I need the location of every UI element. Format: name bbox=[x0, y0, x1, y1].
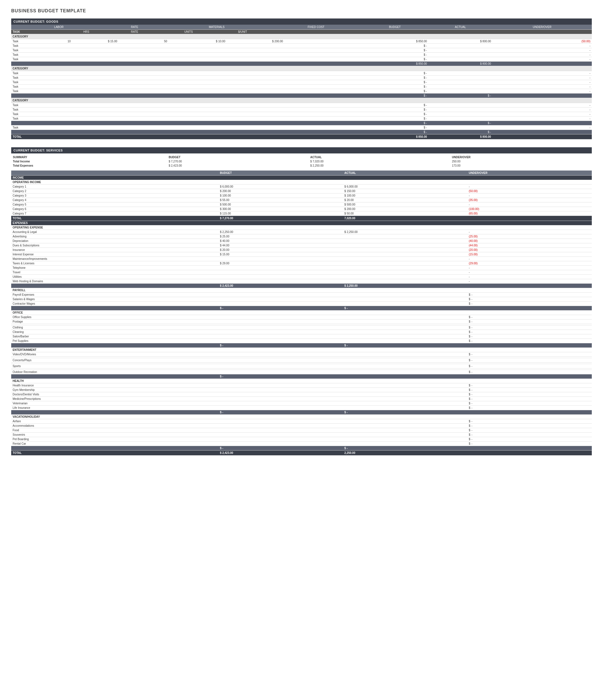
health-subtotal: $ - $ - bbox=[11, 410, 592, 415]
goods-row: Task$ -- bbox=[11, 112, 592, 117]
rate-subheader: RATE bbox=[106, 30, 163, 34]
office-subtotal: $ - $ - bbox=[11, 343, 592, 348]
goods-row: Task$ -- bbox=[11, 107, 592, 112]
actual-header: ACTUAL bbox=[428, 25, 492, 30]
exp-maintenance-row: Maintenance/Improvements - bbox=[11, 257, 592, 261]
actual-subheader bbox=[428, 30, 492, 34]
income-cat2-row: Category 2 $ 200.00 $ 150.00 (50.00) bbox=[11, 189, 592, 194]
rate-header: RATE bbox=[106, 25, 163, 30]
services-section-header: CURRENT BUDGET: SERVICES bbox=[11, 147, 592, 153]
exp-interest-row: Interest Expense $ 15.00 (15.00) bbox=[11, 252, 592, 257]
fixed-cost-header: FIXED COST bbox=[271, 25, 362, 30]
materials-header: MATERIALS bbox=[163, 25, 271, 30]
income-cat5-row: Category 5 $ 500.00 $ 500.00 - bbox=[11, 202, 592, 207]
health-insurance-row: Health Insurance $- bbox=[11, 383, 592, 388]
payroll-salaries-row: Salaries & Wages $- bbox=[11, 297, 592, 302]
payroll-expenses-row: Payroll Expenses $- bbox=[11, 293, 592, 297]
uo-subheader bbox=[492, 30, 592, 34]
vacation-subtotal: $ - $ - bbox=[11, 446, 592, 451]
gym-row: Gym Membership $- bbox=[11, 388, 592, 392]
operating-exp-subtotal: $ 2,423.00 $ 2,250.00 bbox=[11, 284, 592, 288]
services-section: CURRENT BUDGET: SERVICES SUMMARY BUDGET … bbox=[11, 147, 592, 455]
goods-row: Task$ -- bbox=[11, 89, 592, 94]
concerts-row: Concerts/Plays $- bbox=[11, 358, 592, 362]
income-cat1-row: Category 1 $ 6,000.00 $ 6,000.00 - bbox=[11, 184, 592, 189]
postage-row: Postage $- bbox=[11, 320, 592, 324]
exp-web-row: Web Hosting & Domains - bbox=[11, 279, 592, 284]
exp-advertising-row: Advertising $ 25.00 (25.00) bbox=[11, 234, 592, 239]
entertainment-subtotal: $ - bbox=[11, 374, 592, 379]
medicine-row: Medicine/Prescriptions $- bbox=[11, 397, 592, 401]
souvenirs-row: Souvenirs $- bbox=[11, 432, 592, 437]
accommodations-row: Accommodations $- bbox=[11, 424, 592, 428]
operating-expense-header: OPERATING EXPENSE bbox=[11, 225, 592, 230]
payroll-header: PAYROLL bbox=[11, 288, 592, 293]
video-row: Video/DVD/Movies $- bbox=[11, 352, 592, 357]
pet-boarding-row: Pet Boarding $- bbox=[11, 437, 592, 442]
salon-row: Salon/Barber $- bbox=[11, 334, 592, 339]
svc-budget-header: BUDGET bbox=[218, 171, 343, 176]
goods-cat3-subtotal: $ - $ - bbox=[11, 121, 592, 125]
expenses-section-header: EXPENSES bbox=[11, 221, 592, 225]
services-total-row: TOTAL $ 2,423.00 2,250.00 bbox=[11, 451, 592, 455]
services-table: BUDGET ACTUAL UNDER/OVER INCOME OPERATIN… bbox=[11, 171, 592, 455]
entertainment-header: ENTERTAINMENT bbox=[11, 348, 592, 352]
vet-row: Veterinarian $- bbox=[11, 401, 592, 406]
income-section-header: INCOME bbox=[11, 176, 592, 180]
income-cat7-row: Category 7 $ 115.00 $ 50.00 (65.00) bbox=[11, 211, 592, 216]
goods-row: Task$ -- bbox=[11, 117, 592, 121]
goods-last-subtotal: $ - $ - bbox=[11, 130, 592, 134]
svc-blank-header bbox=[11, 171, 218, 176]
summary-table: SUMMARY BUDGET ACTUAL UNDER/OVER Total I… bbox=[11, 155, 592, 168]
budget-header: BUDGET bbox=[361, 25, 428, 30]
summary-income-row: Total Income $ 7,270.00 $ 7,020.00 250.0… bbox=[11, 159, 592, 164]
goods-cat-1-header: CATEGORY bbox=[11, 34, 592, 39]
goods-row: Task$ -- bbox=[11, 103, 592, 107]
goods-table: LABOR RATE MATERIALS FIXED COST BUDGET A… bbox=[11, 25, 592, 140]
office-supplies-row: Office Supplies $- bbox=[11, 315, 592, 320]
svc-uo-header: UNDER/OVER bbox=[467, 171, 592, 176]
exp-insurance-row: Insurance $ 20.00 (20.00) bbox=[11, 248, 592, 252]
budget-subheader bbox=[361, 30, 428, 34]
summary-actual-header: ACTUAL bbox=[309, 155, 450, 159]
clothing-row: Clothing $- bbox=[11, 325, 592, 330]
rental-car-row: Rental Car $- bbox=[11, 442, 592, 446]
goods-cat-2-header: CATEGORY bbox=[11, 66, 592, 71]
goods-row: Task$ -- bbox=[11, 125, 592, 130]
pet-supplies-row: Pet Supplies $- bbox=[11, 339, 592, 343]
svc-actual-header: ACTUAL bbox=[343, 171, 467, 176]
cleaning-row: Cleaning $- bbox=[11, 330, 592, 334]
food-row: Food $- bbox=[11, 428, 592, 432]
outdoor-row: Outdoor Recreation $- bbox=[11, 370, 592, 374]
life-insurance-row: Life Insurance $- bbox=[11, 406, 592, 410]
exp-accounting-row: Accounting & Legal $ 2,250.00 $ 2,250.00… bbox=[11, 230, 592, 234]
exp-utilities-row: Utilities - bbox=[11, 275, 592, 279]
exp-taxes-row: Taxes & Licenses $ 29.00 (29.00) bbox=[11, 261, 592, 266]
income-cat4-row: Category 4 $ 55.00 $ 20.00 (35.00) bbox=[11, 198, 592, 202]
goods-cat-3-header: CATEGORY bbox=[11, 98, 592, 103]
income-total-row: TOTAL $ 7,270.00 7,020.00 bbox=[11, 216, 592, 221]
goods-row: Task$ -- bbox=[11, 71, 592, 76]
doctors-row: Doctors/Dentist Visits $- bbox=[11, 392, 592, 397]
page-title: BUSINESS BUDGET TEMPLATE bbox=[11, 8, 592, 14]
summary-label-header: SUMMARY bbox=[11, 155, 167, 159]
goods-cat1-subtotal: $ 850.00 $ 800.00 bbox=[11, 61, 592, 66]
fixed-subheader bbox=[271, 30, 362, 34]
goods-row: Task$ -- bbox=[11, 80, 592, 84]
exp-depreciation-row: Depreciation $ 40.00 (40.00) bbox=[11, 239, 592, 243]
under-over-header: UNDER/OVER bbox=[492, 25, 592, 30]
goods-row: Task 10 $ 15.00 50 $ 10.00 $ 200.00 $ 85… bbox=[11, 39, 592, 44]
income-cat6-row: Category 6 $ 300.00 $ 200.00 (100.00) bbox=[11, 207, 592, 211]
task-subheader: TASK bbox=[11, 30, 66, 34]
summary-expenses-row: Total Expenses $ 2,423.00 $ 2,250.00 173… bbox=[11, 164, 592, 168]
goods-row: Task $ - - bbox=[11, 44, 592, 48]
exp-travel-row: Travel - bbox=[11, 270, 592, 275]
payroll-subtotal: $ - $ - bbox=[11, 306, 592, 310]
exp-dues-row: Dues & Subscriptions $ 44.00 (44.00) bbox=[11, 243, 592, 248]
payroll-contractor-row: Contractor Wages $- bbox=[11, 302, 592, 306]
goods-section-header: CURRENT BUDGET: GOODS bbox=[11, 19, 592, 25]
goods-cat2-subtotal: $ - $ - bbox=[11, 94, 592, 98]
goods-row: Task$ -- bbox=[11, 84, 592, 89]
hrs-subheader: HRS bbox=[66, 30, 106, 34]
office-header: OFFICE bbox=[11, 310, 592, 315]
